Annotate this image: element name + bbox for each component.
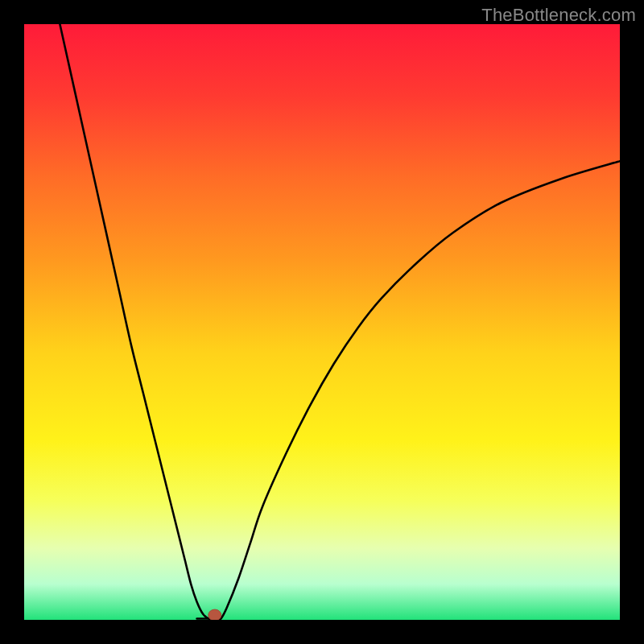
- marker-dot: [208, 609, 221, 620]
- chart-stage: TheBottleneck.com: [0, 0, 644, 644]
- curve-layer: [24, 24, 620, 620]
- plot-area: [24, 24, 620, 620]
- watermark-text: TheBottleneck.com: [481, 5, 636, 26]
- bottleneck-curve: [60, 24, 620, 620]
